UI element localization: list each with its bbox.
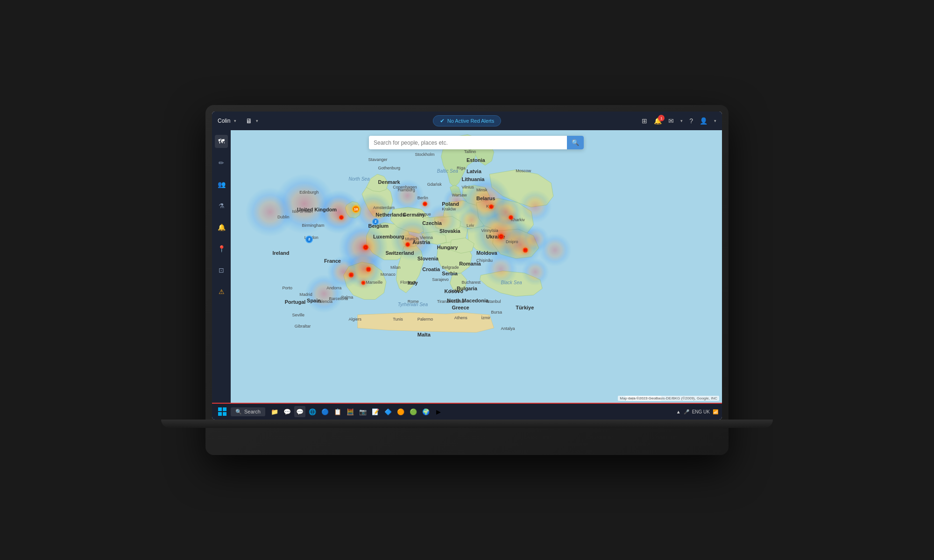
map-marker-5[interactable]	[405, 242, 410, 247]
taskbar-app-chat[interactable]: 💬	[282, 406, 293, 417]
search-bar: 🔍	[369, 136, 584, 149]
map-marker-8[interactable]	[348, 272, 354, 277]
map-area[interactable]: 🔍 Ireland United Kingdom Edinburgh Dubli…	[231, 130, 722, 403]
grid-icon[interactable]: ⊞	[642, 117, 647, 125]
laptop-frame: Colin ▾ 🖥 ▾ ✔ No Active Red Alerts ⊞ 🔔 1	[205, 105, 729, 455]
windows-start-button[interactable]	[216, 405, 229, 418]
map-marker-13[interactable]	[523, 247, 528, 252]
sidebar-item-alert[interactable]: 🔔	[215, 221, 228, 234]
taskbar: 🔍 Search 📁 💬 💬 🌐 🔵 📋 🧮 📷 📝 🔷 🟠 🟢	[212, 403, 722, 420]
search-input-wrap: 🔍	[369, 136, 584, 149]
taskbar-app-notepad[interactable]: 📋	[332, 406, 343, 417]
user-profile-chevron-icon[interactable]: ▾	[714, 119, 716, 123]
user-profile-icon[interactable]: 👤	[700, 117, 708, 125]
sidebar-item-pin[interactable]: 📍	[215, 242, 228, 255]
taskbar-app-camera[interactable]: 📷	[357, 406, 368, 417]
search-button[interactable]: 🔍	[567, 136, 584, 149]
map-marker-9[interactable]	[361, 281, 366, 285]
svg-rect-0	[278, 130, 674, 403]
notification-count: 1	[658, 115, 665, 121]
taskbar-app-chrome[interactable]: 🔵	[319, 406, 331, 417]
top-bar-left: Colin ▾ 🖥 ▾	[218, 117, 258, 125]
monitor-icon[interactable]: 🖥	[246, 117, 252, 125]
map-marker-2[interactable]: 2	[305, 236, 313, 243]
taskbar-apps: 📁 💬 💬 🌐 🔵 📋 🧮 📷 📝 🔷 🟠 🟢 🌍 ▶	[269, 406, 444, 417]
search-input[interactable]	[369, 136, 567, 149]
taskbar-wifi-icon[interactable]: 📶	[713, 409, 718, 414]
alert-status-center: ✔ No Active Red Alerts	[433, 115, 501, 126]
main-area: 🗺 ✏ 👥 ⚗ 🔔 📍 ⊡ ⚠	[212, 130, 722, 403]
taskbar-app-edge[interactable]: 🌐	[307, 406, 318, 417]
mail-chevron-icon[interactable]: ▾	[680, 119, 683, 123]
map-svg	[231, 130, 722, 403]
laptop-screen: Colin ▾ 🖥 ▾ ✔ No Active Red Alerts ⊞ 🔔 1	[212, 112, 722, 420]
map-marker-7[interactable]	[366, 266, 371, 272]
screen-content: Colin ▾ 🖥 ▾ ✔ No Active Red Alerts ⊞ 🔔 1	[212, 112, 722, 420]
notification-bell-icon[interactable]: 🔔 1	[654, 117, 662, 125]
taskbar-app-explorer[interactable]: 📁	[269, 406, 280, 417]
taskbar-app-office[interactable]: 🟠	[395, 406, 406, 417]
map-marker-0[interactable]	[339, 215, 344, 220]
taskbar-right: ▲ 🎤 ENG UK 📶	[676, 409, 718, 414]
sidebar-item-warning[interactable]: ⚠	[215, 285, 228, 298]
map-marker-12[interactable]	[509, 215, 513, 220]
taskbar-app-word[interactable]: 📝	[370, 406, 381, 417]
svg-rect-3	[218, 412, 222, 416]
taskbar-app-chat2[interactable]: 💬	[294, 406, 305, 417]
alert-badge: ✔ No Active Red Alerts	[433, 115, 501, 126]
map-marker-11[interactable]	[498, 234, 504, 239]
taskbar-app-teams[interactable]: 🔷	[382, 406, 394, 417]
sidebar-item-select[interactable]: ⊡	[215, 264, 228, 277]
laptop-base	[161, 420, 773, 428]
taskbar-app-calculator[interactable]: 🧮	[345, 406, 356, 417]
map-marker-10[interactable]	[489, 204, 494, 209]
sidebar-item-filter[interactable]: ⚗	[215, 199, 228, 212]
taskbar-mic-icon[interactable]: 🎤	[684, 409, 689, 414]
alert-check-icon: ✔	[440, 118, 445, 124]
map-marker-6[interactable]	[363, 245, 368, 250]
taskbar-chevron-up[interactable]: ▲	[676, 409, 681, 414]
taskbar-language[interactable]: ENG UK	[692, 409, 710, 414]
svg-rect-4	[223, 412, 226, 416]
taskbar-search-box[interactable]: 🔍 Search	[231, 407, 265, 416]
alert-text: No Active Red Alerts	[447, 118, 494, 124]
taskbar-search-label: Search	[244, 409, 261, 414]
map-attribution: Map data ©2023 GeoBasis-DE/BKG (©2009), …	[618, 396, 719, 401]
user-name[interactable]: Colin	[218, 118, 230, 124]
top-bar: Colin ▾ 🖥 ▾ ✔ No Active Red Alerts ⊞ 🔔 1	[212, 112, 722, 130]
map-marker-1[interactable]: 18	[352, 205, 360, 213]
map-marker-4[interactable]	[423, 202, 427, 206]
map-marker-3[interactable]: 2	[372, 218, 379, 225]
taskbar-app-excel[interactable]: 🟢	[408, 406, 419, 417]
sidebar: 🗺 ✏ 👥 ⚗ 🔔 📍 ⊡ ⚠	[212, 130, 231, 403]
sidebar-item-people[interactable]: 👥	[215, 178, 228, 191]
sidebar-item-map[interactable]: 🗺	[215, 135, 228, 148]
user-chevron-icon[interactable]: ▾	[234, 119, 236, 123]
top-bar-right: ⊞ 🔔 1 ✉ ▾ ? 👤 ▾	[642, 117, 716, 125]
mail-icon[interactable]: ✉	[668, 117, 674, 125]
search-icon: 🔍	[235, 409, 242, 415]
taskbar-app-browser2[interactable]: 🌍	[420, 406, 432, 417]
sidebar-item-draw[interactable]: ✏	[215, 156, 228, 169]
svg-rect-2	[223, 407, 226, 411]
help-icon[interactable]: ?	[689, 117, 693, 125]
monitor-chevron-icon[interactable]: ▾	[256, 119, 258, 123]
taskbar-app-media[interactable]: ▶	[433, 406, 444, 417]
svg-rect-1	[218, 407, 222, 411]
